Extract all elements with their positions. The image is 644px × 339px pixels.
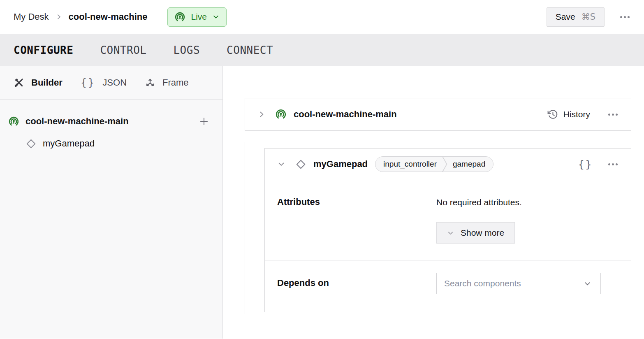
show-more-button[interactable]: Show more: [436, 222, 515, 244]
viewtab-json[interactable]: {} JSON: [81, 77, 127, 88]
diamond-icon: [295, 159, 306, 170]
viewtab-builder[interactable]: Builder: [14, 77, 63, 88]
dot-icon: [608, 163, 610, 165]
machine-card-menu-button[interactable]: [607, 111, 619, 118]
tree-connector-line: [245, 142, 245, 314]
viewtab-frame-label: Frame: [162, 77, 189, 88]
tools-icon: [14, 77, 24, 88]
dot-icon: [628, 16, 630, 18]
view-mode-tabs: Builder {} JSON Frame: [0, 66, 222, 100]
diamond-icon: [25, 138, 37, 149]
axes-icon: [145, 77, 155, 88]
tree-item-machine-label: cool-new-machine-main: [25, 116, 129, 127]
depends-on-select[interactable]: Search components: [436, 273, 601, 294]
attributes-empty-text: No required attributes.: [436, 197, 619, 207]
dot-icon: [624, 16, 626, 18]
component-type-badge: input_controller gamepad: [375, 156, 493, 172]
component-card-header: myGamepad input_controller gamepad {}: [265, 149, 631, 180]
tab-configure[interactable]: CONFIGURE: [14, 44, 73, 56]
dot-icon: [620, 16, 622, 18]
content-area: Builder {} JSON Frame: [0, 66, 644, 339]
component-card-menu-button[interactable]: [607, 161, 619, 168]
depends-on-placeholder: Search components: [444, 279, 521, 288]
machine-part-title: cool-new-machine-main: [294, 109, 397, 120]
component-card: myGamepad input_controller gamepad {}: [264, 148, 631, 312]
attributes-content: No required attributes. Show more: [436, 197, 619, 244]
attributes-label: Attributes: [277, 197, 436, 244]
config-panel: cool-new-machine-main History: [223, 66, 644, 339]
dot-icon: [612, 163, 614, 165]
tree-item-machine[interactable]: cool-new-machine-main: [8, 110, 210, 132]
depends-on-section: Depends on Search components: [265, 260, 631, 312]
overflow-menu-button[interactable]: [619, 14, 630, 21]
dot-icon: [616, 114, 618, 116]
chevron-down-icon: [212, 13, 220, 21]
machine-broadcast-icon: [275, 109, 287, 120]
chevron-down-icon: [584, 280, 591, 288]
viewtab-builder-label: Builder: [31, 77, 63, 88]
braces-icon: {}: [81, 77, 96, 88]
main-tab-bar: CONFIGURE CONTROL LOGS CONNECT: [0, 34, 644, 66]
machine-card-actions: History: [547, 109, 619, 120]
show-more-label: Show more: [461, 228, 504, 238]
component-api-label: input_controller: [375, 160, 442, 169]
history-button-label: History: [563, 109, 590, 119]
machine-part-card: cool-new-machine-main History: [245, 98, 631, 131]
dot-icon: [612, 114, 614, 116]
component-tree: cool-new-machine-main myGamepad: [0, 100, 222, 155]
breadcrumb-current: cool-new-machine: [69, 12, 148, 22]
save-shortcut-hint: ⌘S: [581, 12, 595, 22]
live-status-label: Live: [191, 12, 207, 22]
chevron-right-icon: [55, 13, 63, 21]
history-clock-icon: [547, 109, 558, 120]
live-status-dropdown[interactable]: Live: [167, 7, 227, 27]
tab-control[interactable]: CONTROL: [100, 44, 146, 56]
expand-chevron-right-icon[interactable]: [257, 110, 266, 118]
machine-broadcast-icon: [8, 116, 19, 127]
component-branch: myGamepad input_controller gamepad {}: [245, 142, 631, 312]
component-card-actions: {}: [578, 158, 619, 170]
chevron-down-icon: [447, 230, 454, 237]
history-button[interactable]: History: [547, 109, 590, 120]
dot-icon: [616, 163, 618, 165]
tab-logs[interactable]: LOGS: [173, 44, 200, 56]
attributes-section: Attributes No required attributes. Show …: [265, 180, 631, 260]
tab-connect[interactable]: CONNECT: [227, 44, 273, 56]
collapse-chevron-down-icon[interactable]: [277, 160, 285, 168]
add-component-button[interactable]: [198, 115, 210, 128]
save-button-label: Save: [556, 12, 575, 22]
component-title: myGamepad: [313, 159, 368, 170]
pill-divider-chevron-icon: [442, 156, 447, 172]
breadcrumb-parent-link[interactable]: My Desk: [14, 12, 49, 22]
save-button[interactable]: Save ⌘S: [547, 7, 605, 27]
breadcrumb: My Desk cool-new-machine: [14, 12, 147, 22]
dot-icon: [608, 114, 610, 116]
top-bar: My Desk cool-new-machine Live Save ⌘S: [0, 0, 644, 34]
viewtab-frame[interactable]: Frame: [145, 77, 189, 88]
depends-on-label: Depends on: [277, 273, 436, 295]
edit-json-button[interactable]: {}: [578, 158, 593, 170]
machine-broadcast-icon: [174, 12, 185, 23]
depends-on-content: Search components: [436, 273, 619, 295]
tree-item-component-label: myGamepad: [43, 138, 95, 149]
viewtab-json-label: JSON: [102, 77, 127, 88]
top-bar-actions: Save ⌘S: [547, 7, 630, 27]
component-model-label: gamepad: [447, 160, 493, 169]
sidebar: Builder {} JSON Frame: [0, 66, 223, 339]
tree-item-component[interactable]: myGamepad: [8, 132, 210, 155]
